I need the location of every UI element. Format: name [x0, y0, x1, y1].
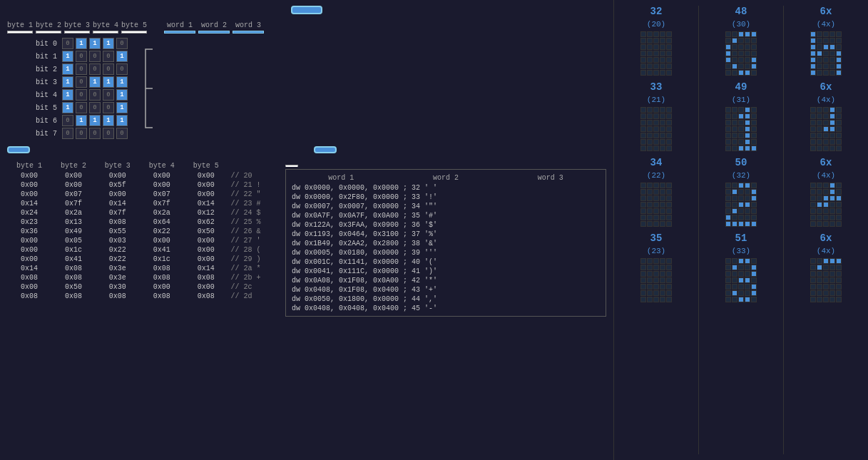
pixel	[751, 202, 757, 208]
pixel	[810, 113, 816, 119]
pixel	[666, 297, 672, 302]
bit-row-label-3: bit 3	[36, 78, 57, 86]
pixel	[653, 38, 659, 44]
pixel	[660, 44, 665, 50]
pixel	[647, 38, 653, 44]
output-col-header-3: word 3	[498, 173, 603, 183]
byte-label-4: byte 4	[93, 21, 118, 29]
char-grid-0-0	[640, 31, 672, 76]
pixel	[732, 221, 737, 227]
bit-row-0: bit 001110	[36, 38, 128, 49]
word-label-3: word 3	[235, 21, 261, 29]
bottom-section: byte 1 byte 2 byte 3 byte 4 byte 5 0x000…	[7, 160, 606, 454]
input-col-header-3: byte 3	[96, 160, 140, 171]
pixel	[640, 38, 646, 44]
input-cell-5-5: // 25 %	[228, 218, 278, 227]
char-entry-1-3: 51(33)	[725, 232, 757, 302]
byte-col-2: byte 2	[36, 21, 61, 34]
pixel	[836, 44, 842, 50]
input-cell-3-1: 0x7f	[51, 199, 96, 208]
pixel	[817, 145, 822, 151]
pixel	[738, 297, 744, 302]
input-cell-12-5: // 2c	[228, 282, 278, 292]
pixel	[823, 284, 829, 290]
char-number-1-0: 48	[735, 6, 747, 17]
pixel	[660, 195, 665, 201]
pixel	[836, 38, 842, 44]
input-cell-13-0: 0x08	[7, 292, 51, 301]
bit-row-5: bit 510001	[36, 102, 128, 113]
pixel	[647, 107, 653, 113]
pixel	[810, 57, 816, 63]
byte-value-5	[121, 31, 147, 34]
pixel	[823, 208, 829, 214]
char-number-1-2: 50	[735, 157, 747, 168]
input-cell-4-3: 0x2a	[140, 208, 184, 218]
pixel	[810, 120, 816, 126]
pixel	[640, 277, 646, 283]
pixel	[745, 70, 750, 76]
pixel	[647, 265, 653, 270]
input-cell-4-5: // 24 $	[228, 208, 278, 218]
pixel	[817, 63, 822, 69]
pixel	[836, 277, 842, 283]
pixel	[666, 31, 672, 37]
char-grid-1-1	[725, 107, 757, 151]
pixel	[647, 290, 653, 296]
pixel	[640, 221, 646, 227]
pixel	[732, 133, 737, 138]
pixel	[732, 297, 737, 302]
pixel	[836, 265, 842, 270]
input-cell-1-2: 0x5f	[96, 180, 140, 190]
pixel	[745, 31, 750, 37]
bit-cell-2-1: 0	[76, 63, 87, 75]
pixel	[745, 126, 750, 132]
bit-cell-5-4: 1	[116, 102, 128, 113]
char-sub-1-2: (32)	[732, 171, 750, 180]
pixel	[829, 120, 835, 126]
pixel	[725, 297, 731, 302]
pixel	[725, 113, 731, 119]
output-row-4: dw 0x122A, 0x3FAA, 0x0900 ; 36 '$'	[289, 220, 603, 230]
char-grid-2-3	[810, 258, 842, 302]
pixel	[666, 215, 672, 220]
byte-value-3	[64, 31, 90, 34]
pixel	[810, 145, 816, 151]
pixel	[751, 271, 757, 277]
pixel	[817, 44, 822, 50]
pixel	[647, 208, 653, 214]
pixel	[836, 31, 842, 37]
pixel	[660, 113, 665, 119]
pixel	[745, 258, 750, 264]
pixel	[817, 120, 822, 126]
pixel	[732, 189, 737, 195]
pixel	[810, 208, 816, 214]
pixel	[745, 271, 750, 277]
table-row: 0x140x080x3e0x080x14// 2a *	[7, 264, 278, 273]
pixel	[640, 133, 646, 138]
pixel	[751, 107, 757, 113]
annotation-area	[142, 38, 162, 139]
table-row: dw 0x001C, 0x1141, 0x0000 ; 40 '('	[289, 257, 603, 267]
input-cell-6-0: 0x36	[7, 227, 51, 236]
pixel	[817, 265, 822, 270]
input-cell-3-5: // 23 #	[228, 199, 278, 208]
table-row: dw 0x0A7F, 0x0A7F, 0x0A00 ; 35 '#'	[289, 211, 603, 220]
pixel	[660, 133, 665, 138]
asm-tab[interactable]	[285, 165, 298, 167]
pixel	[836, 202, 842, 208]
output-row-9: dw 0x0041, 0x111C, 0x0000 ; 41 ')'	[289, 267, 603, 276]
input-cell-2-1: 0x07	[51, 190, 96, 199]
input-cell-9-5: // 29 )	[228, 255, 278, 264]
pixel	[810, 277, 816, 283]
pixel	[666, 44, 672, 50]
pixel	[738, 284, 744, 290]
pixel	[823, 297, 829, 302]
pixel	[745, 221, 750, 227]
input-cell-4-4: 0x12	[184, 208, 228, 218]
char-number-2-1: 6x	[820, 81, 832, 93]
input-cell-5-1: 0x13	[51, 218, 96, 227]
input-cell-10-4: 0x14	[184, 264, 228, 273]
pixel	[640, 70, 646, 76]
pixel	[653, 265, 659, 270]
